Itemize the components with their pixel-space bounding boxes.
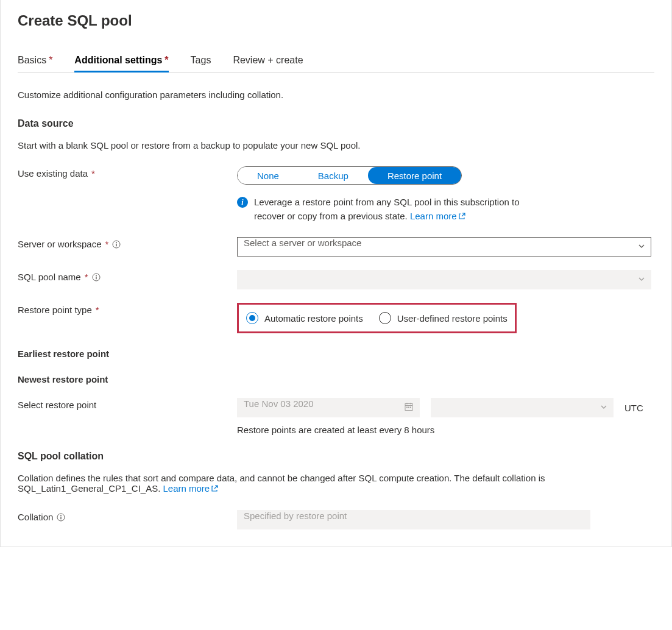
- restore-point-time-select[interactable]: [431, 398, 614, 417]
- info-icon[interactable]: [112, 240, 121, 249]
- required-asterisk: *: [85, 272, 88, 282]
- link-text: Learn more: [163, 483, 210, 494]
- restore-point-type-highlight: Automatic restore points User-defined re…: [237, 303, 517, 333]
- intro-text: Customize additional configuration param…: [18, 90, 654, 100]
- pill-option-backup[interactable]: Backup: [299, 167, 368, 184]
- radio-indicator: [379, 312, 391, 324]
- restore-point-info: i Leverage a restore point from any SQL …: [237, 196, 542, 224]
- page-title: Create SQL pool: [18, 12, 654, 29]
- tab-label: Additional settings: [74, 55, 162, 65]
- svg-point-4: [96, 275, 97, 276]
- radio-label: User-defined restore points: [397, 313, 508, 324]
- label-use-existing-data: Use existing data *: [18, 166, 237, 179]
- collation-input: Specified by restore point: [237, 510, 590, 529]
- label-text: Use existing data: [18, 168, 88, 179]
- tab-basics[interactable]: Basics*: [18, 51, 52, 72]
- required-asterisk: *: [96, 305, 99, 315]
- section-heading-collation: SQL pool collation: [18, 451, 654, 462]
- select-display: Select a server or workspace: [237, 237, 651, 257]
- label-earliest-restore-point: Earliest restore point: [18, 347, 237, 359]
- server-workspace-select[interactable]: Select a server or workspace: [237, 237, 651, 257]
- select-display: [431, 398, 614, 417]
- info-text-body: Leverage a restore point from any SQL po…: [254, 197, 520, 221]
- tab-additional-settings[interactable]: Additional settings*: [74, 51, 168, 72]
- required-asterisk: *: [164, 55, 168, 65]
- use-existing-data-toggle: None Backup Restore point: [237, 166, 462, 185]
- info-icon: i: [237, 197, 248, 208]
- link-text: Learn more: [410, 211, 457, 221]
- wizard-tabs: Basics* Additional settings* Tags Review…: [18, 51, 654, 73]
- svg-point-14: [60, 515, 62, 516]
- section-desc-data-source: Start with a blank SQL pool or restore f…: [18, 140, 654, 150]
- info-icon[interactable]: [92, 273, 101, 281]
- label-text: Server or workspace: [18, 239, 102, 249]
- external-link-icon: [458, 210, 465, 224]
- restore-point-hint: Restore points are created at least ever…: [237, 425, 651, 435]
- label-newest-restore-point: Newest restore point: [18, 372, 237, 384]
- section-heading-data-source: Data source: [18, 118, 654, 129]
- label-select-restore-point: Select restore point: [18, 398, 237, 410]
- label-text: Newest restore point: [18, 374, 108, 384]
- label-text: SQL pool name: [18, 272, 81, 282]
- svg-rect-5: [96, 276, 96, 279]
- desc-text: Collation defines the rules that sort an…: [18, 473, 545, 494]
- sql-pool-name-select[interactable]: [237, 270, 651, 289]
- required-asterisk: *: [91, 168, 95, 179]
- label-collation: Collation: [18, 510, 237, 522]
- section-desc-collation: Collation defines the rules that sort an…: [18, 473, 654, 494]
- collation-learn-more-link[interactable]: Learn more: [163, 483, 218, 494]
- tab-tags[interactable]: Tags: [191, 51, 211, 72]
- label-server-workspace: Server or workspace *: [18, 237, 237, 249]
- svg-point-1: [116, 242, 118, 243]
- label-text: Select restore point: [18, 400, 96, 410]
- svg-rect-11: [408, 407, 409, 408]
- tab-label: Tags: [191, 55, 211, 65]
- label-text: Collation: [18, 512, 53, 522]
- svg-rect-12: [410, 407, 411, 408]
- pill-option-none[interactable]: None: [238, 167, 299, 184]
- label-restore-point-type: Restore point type *: [18, 303, 237, 315]
- required-asterisk: *: [49, 55, 52, 65]
- tab-review-create[interactable]: Review + create: [233, 51, 303, 72]
- radio-automatic-restore-points[interactable]: Automatic restore points: [246, 312, 363, 324]
- external-link-icon: [211, 484, 218, 494]
- timezone-label: UTC: [624, 403, 643, 413]
- label-sql-pool-name: SQL pool name *: [18, 270, 237, 282]
- svg-rect-2: [116, 243, 117, 246]
- date-display: Tue Nov 03 2020: [237, 398, 420, 417]
- select-display: [237, 270, 651, 289]
- radio-label: Automatic restore points: [264, 313, 363, 324]
- restore-point-date-input[interactable]: Tue Nov 03 2020: [237, 398, 420, 417]
- info-icon[interactable]: [57, 513, 65, 522]
- pill-option-restore-point[interactable]: Restore point: [368, 167, 461, 184]
- calendar-icon: [404, 402, 414, 414]
- required-asterisk: *: [105, 239, 109, 249]
- tab-label: Basics: [18, 55, 46, 65]
- tab-label: Review + create: [233, 55, 303, 65]
- radio-indicator: [246, 312, 258, 324]
- label-text: Restore point type: [18, 305, 92, 315]
- svg-rect-10: [406, 407, 408, 408]
- radio-user-defined-restore-points[interactable]: User-defined restore points: [379, 312, 508, 324]
- label-text: Earliest restore point: [18, 349, 109, 359]
- svg-rect-15: [61, 516, 62, 519]
- learn-more-link[interactable]: Learn more: [410, 211, 465, 221]
